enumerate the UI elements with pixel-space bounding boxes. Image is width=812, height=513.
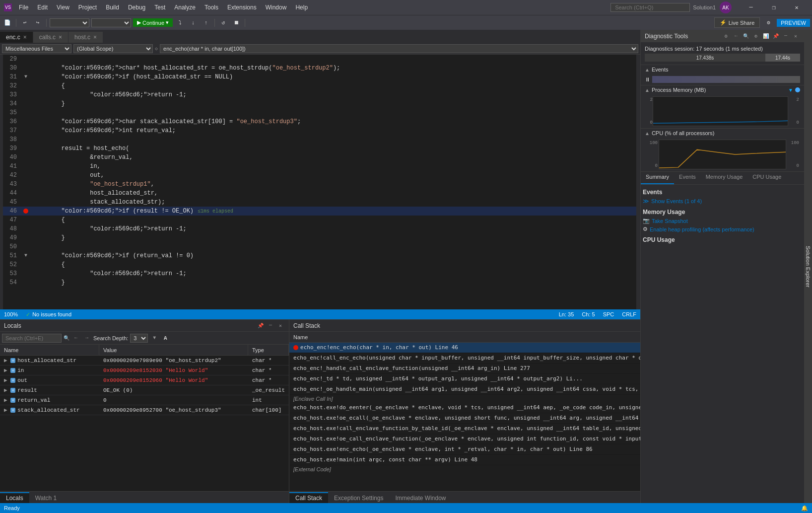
callstack-tab-ImmediateWindow[interactable]: Immediate Window [389,493,452,503]
locals-row[interactable]: ▶ vreturn_val0int [0,395,289,405]
memory-header[interactable]: ▲ Process Memory (MB) ▼ [641,85,804,94]
editor-tab-hostc[interactable]: host.c× [68,32,103,43]
step-out-button[interactable]: ↑ [201,17,211,28]
scope-function-select[interactable]: enc_echo(char * in, char out[100]) [160,44,638,53]
editor-tab-callsc[interactable]: calls.c× [33,32,68,43]
menu-item-analyze[interactable]: Analyze [170,3,200,12]
issues-status: ✓ No issues found [26,311,71,318]
diag-zoom-button[interactable]: ⊕ [751,32,760,41]
take-snapshot-link[interactable]: Take Snapshot [652,218,688,224]
diag-search-button[interactable]: 🔍 [742,32,750,41]
collapsible-icon[interactable]: ▼ [24,251,27,260]
menu-item-extensions[interactable]: Extensions [223,3,261,12]
continue-button[interactable]: ▶ Continue ▾ [133,18,173,27]
locals-close-button[interactable]: ✕ [276,321,285,330]
locals-name-cell: ▶ vresult [0,385,99,395]
config-dropdown[interactable] [50,18,89,27]
diag-back-button[interactable]: ← [732,32,741,41]
expand-arrow[interactable]: ▶ [4,357,7,364]
preview-button[interactable]: PREVIEW [777,19,810,27]
diag-tab-Summary[interactable]: Summary [641,172,674,184]
menu-item-test[interactable]: Test [150,3,169,12]
expand-arrow[interactable]: ▶ [4,377,7,383]
events-header[interactable]: ▲ Events [641,65,804,74]
search-depth-select[interactable]: 3125 [130,334,148,343]
diag-pin-button[interactable]: 📌 [771,32,780,41]
nav-forward-button[interactable]: → [82,334,91,343]
case-sensitive-button[interactable]: A [161,334,170,343]
menu-item-debug[interactable]: Debug [124,3,149,12]
scope-right-select[interactable]: (Global Scope) [73,44,153,53]
restore-button[interactable]: ❐ [762,0,785,15]
platform-dropdown[interactable] [91,18,131,27]
cpu-label-low: 0 [645,163,658,168]
diag-title: Diagnostic Tools [645,33,688,40]
tab-close-icon[interactable]: × [59,34,62,41]
menu-item-project[interactable]: Project [74,3,101,12]
collapsible-icon[interactable]: ▼ [24,73,27,81]
tab-close-icon[interactable]: × [23,34,27,41]
enable-heap-link[interactable]: Enable heap profiling (affects performan… [650,226,754,232]
show-events-link[interactable]: Show Events (1 of 4) [651,198,702,204]
new-file-button[interactable]: 📄 [2,17,13,28]
stop-button[interactable]: ⏹ [231,17,242,28]
locals-tab-Locals[interactable]: Locals [0,492,29,503]
locals-row[interactable]: ▶ vhost_allocated_str0x00000209e7989e90 … [0,356,289,366]
take-snapshot-row[interactable]: 📷Take Snapshot [643,217,802,225]
undo-button[interactable]: ↩ [19,17,30,28]
callstack-tab-CallStack[interactable]: Call Stack [289,492,328,503]
locals-tab-Watch1[interactable]: Watch 1 [29,493,63,503]
expand-arrow[interactable]: ▶ [4,387,7,393]
cpu-header[interactable]: ▲ CPU (% of all processors) [641,129,804,138]
close-button[interactable]: ✕ [785,0,808,15]
locals-row[interactable]: ▶ vin0x00000209e8152030 "Hello World"cha… [0,366,289,375]
diag-chart-button[interactable]: 📊 [761,32,770,41]
locals-value-cell: OE_OK (0) [99,385,248,395]
diag-tab-MemoryUsage[interactable]: Memory Usage [701,172,748,184]
step-into-button[interactable]: ↓ [188,17,199,28]
filter-button[interactable]: ▼ [150,334,159,343]
menu-item-file[interactable]: File [15,3,32,12]
locals-pin-button[interactable]: 📌 [256,321,265,330]
events-pause-icon[interactable]: ⏸ [645,76,650,83]
minimize-button[interactable]: ─ [740,0,762,15]
tab-close-icon[interactable]: × [93,34,97,41]
expand-arrow[interactable]: ▶ [4,397,7,403]
code-scroll[interactable]: 2930 "color:#569cd6;">char* host_allocat… [3,55,636,309]
settings-button[interactable]: ⚙ [763,17,774,28]
diag-tab-CPUUsage[interactable]: CPU Usage [747,172,786,184]
menu-item-help[interactable]: Help [291,3,312,12]
callstack-tab-ExceptionSettings[interactable]: Exception Settings [328,493,389,503]
expand-arrow[interactable]: ▶ [4,407,7,413]
menu-item-window[interactable]: Window [262,3,291,12]
locals-search-input[interactable] [2,334,62,343]
memory-filter-icon[interactable]: ▼ [788,87,793,93]
locals-row[interactable]: ▶ vstack_allocated_str0x00000209e8952700… [0,405,289,415]
nav-back-button[interactable]: ← [71,334,80,343]
menu-item-tools[interactable]: Tools [201,3,222,12]
diag-settings-button[interactable]: ⚙ [722,32,731,41]
locals-row[interactable]: ▶ vout0x00000209e8152060 "Hello World"ch… [0,375,289,385]
restart-button[interactable]: ↺ [218,17,229,28]
editor-tab-encc[interactable]: enc.c× [0,32,33,43]
status-check-icon: ✓ [26,311,30,318]
search-input[interactable] [610,3,690,12]
code-line-39: 39 result = host_echo( [3,144,636,153]
scope-left-select[interactable]: Miscellaneous Files [2,44,71,53]
enable-heap-row[interactable]: ⚙Enable heap profiling (affects performa… [643,225,802,233]
line-num-35: 35 [3,108,21,117]
diag-close-button[interactable]: ✕ [791,32,800,41]
menu-item-build[interactable]: Build [102,3,123,12]
expand-arrow[interactable]: ▶ [4,367,7,373]
diag-tab-Events[interactable]: Events [674,172,701,184]
redo-button[interactable]: ↪ [32,17,43,28]
solution-explorer-sidebar[interactable]: Solution Explorer [804,30,812,503]
menu-item-view[interactable]: View [53,3,73,12]
right-scroll[interactable] [636,55,640,309]
menu-item-edit[interactable]: Edit [33,3,52,12]
step-over-button[interactable]: ⤵ [175,17,186,28]
diag-minimize-button[interactable]: ─ [781,32,790,41]
locals-row[interactable]: ▶ vresultOE_OK (0)_oe_result [0,385,289,395]
liveshare-button[interactable]: ⚡ Live Share [714,17,760,28]
locals-minimize-button[interactable]: ─ [266,321,275,330]
